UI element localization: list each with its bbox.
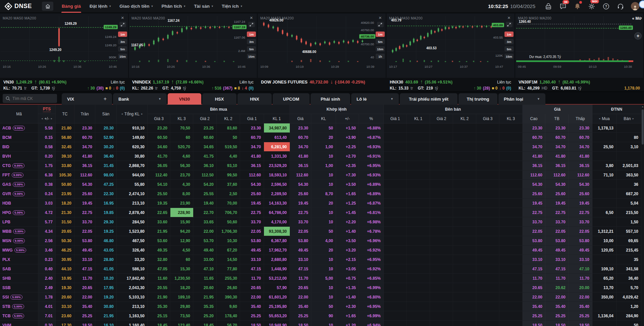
expand-icon[interactable] [506,22,513,27]
header-tc[interactable]: TC [56,105,74,123]
header-match-1[interactable]: Giá [290,114,311,123]
tab-lô-lẻ[interactable]: Lô lẻ▼ [351,93,399,105]
header-sell-1[interactable]: Giá 1 [384,114,407,123]
ticker-cell[interactable]: HPG5.99% [0,208,38,217]
header-group-foreign[interactable]: ĐTNN [592,105,641,114]
index-summary-vn30[interactable]: VN30 1,249.29 ↑ (80.61 +6.90%)Liên tụcKL… [0,78,128,92]
header-floor[interactable]: Sàn [95,105,117,123]
nav-item-giao-dich-tien[interactable]: Giao dịch tiền▾ [115,0,157,13]
tab-phân-loại[interactable]: Phân loại▼ [498,93,545,105]
user-avatar[interactable] [631,2,639,10]
timeframe-15m-button[interactable]: 15m [376,46,385,52]
floating-chat-widget[interactable] [639,0,644,8]
scroll-up-icon[interactable]: ▲ [641,105,644,108]
ticker-cell[interactable]: STB5.99% [0,302,38,311]
tab-phái-sinh[interactable]: Phái sinh [311,93,350,105]
expand-icon[interactable] [248,22,255,27]
header-buy-1[interactable]: Giá 3 [148,114,170,123]
timeframe-5m-button[interactable]: 5m [376,39,385,44]
nav-item-tai-san[interactable]: Tài sản▾ [190,0,217,13]
header-total-volume[interactable]: ◂Tổng KL▸ [117,105,148,123]
timeframe-1h-button[interactable]: 1h [376,54,385,59]
index-summary-vnindex[interactable]: VNINDEX 1,167.19 ↑ (72.89 +6.66%)Liên tụ… [129,78,257,92]
header-sell-4[interactable]: KL 2 [453,114,476,123]
ticker-cell[interactable]: FPT9.99% [0,170,38,180]
candlestick-chart[interactable] [258,16,375,63]
header-match-2[interactable]: KL [311,114,336,123]
notification-button[interactable] [573,2,581,10]
tab-bank[interactable]: Bank▼ [113,93,167,105]
ticker-cell[interactable]: LPB [0,217,38,227]
ticker-cell[interactable]: BVH [0,152,38,161]
ticker-cell[interactable]: GVR9.99% [0,189,38,199]
ticker-cell[interactable]: CTG9.99% [0,161,38,170]
ticker-cell[interactable]: BCM [0,133,38,142]
ticker-cell[interactable]: VHM [0,321,38,326]
tab-hsx[interactable]: HSX [202,93,236,105]
header-price-1[interactable]: Cao [523,114,545,123]
expand-icon[interactable] [119,22,126,27]
header-buy-2[interactable]: KL 3 [170,114,193,123]
add-widget-button[interactable]: + [634,32,642,40]
header-price-2[interactable]: TB [545,114,569,123]
header-price-3[interactable]: Thấp [569,114,592,123]
nav-item-tien-ich[interactable]: Tiện ích▾ [217,0,247,13]
header-ma[interactable]: Mã [0,105,38,123]
header-foreign-buy[interactable]: ◂Mua [592,114,616,123]
header-buy-4[interactable]: KL 2 [217,114,240,123]
open-panel-button[interactable]: « Mở [632,16,642,21]
ticker-cell[interactable]: TCB5.99% [0,311,38,321]
header-sell-6[interactable]: KL 3 [499,114,523,123]
header-group-price[interactable]: Giá [523,105,592,114]
timeframe-1m-button[interactable]: 1m [376,32,385,37]
ticker-cell[interactable]: MSN9.99% [0,236,38,246]
tab-vn30[interactable]: VN30 [168,93,201,105]
header-change[interactable]: ◂+/-▸ [38,114,56,123]
index-summary-hnx30[interactable]: HNX30 403.69 ↑ (35.06 +9.51%)Liên tụcKL:… [386,78,515,92]
ticker-cell[interactable]: PLX [0,255,38,264]
ticker-cell[interactable]: BID [0,142,38,152]
settings-button[interactable]: Mới [588,2,596,10]
header-sell-3[interactable]: Giá 2 [430,114,453,123]
search-input[interactable] [12,96,49,101]
timeframe-3m-button[interactable]: 3m [118,39,127,44]
timeframe-1m-button[interactable]: 1m [247,32,256,37]
timeframe-3m-button[interactable]: 3m [247,39,256,44]
ticker-cell[interactable]: HDB [0,199,38,208]
tab-hnx[interactable]: HNX [237,93,272,105]
symbol-search[interactable] [3,94,57,103]
candlestick-chart[interactable] [0,16,118,63]
timeframe-5m-button[interactable]: 5m [247,46,256,52]
index-summary-vn30f1m[interactable]: VN30F1M 1,260.40 ↑ (82.40 +6.99%)KL:48,2… [515,78,643,92]
timeframe-3m-button[interactable]: 3m [504,39,514,44]
expand-icon[interactable] [377,22,384,27]
tab-vix[interactable]: VIX+ [62,93,112,105]
ticker-cell[interactable]: SAB [0,264,38,274]
ticker-cell[interactable]: MWG5.99% [0,246,38,255]
ticker-cell[interactable]: MBB5.99% [0,227,38,236]
header-buy-3[interactable]: Giá 2 [193,114,217,123]
ticker-cell[interactable]: SSI5.99% [0,292,38,302]
header-buy-6[interactable]: KL 1 [264,114,290,123]
timeframe-15m-button[interactable]: 15m [247,54,256,59]
header-sell-5[interactable]: Giá 3 [476,114,499,123]
tab-upcom[interactable]: UPCOM [273,93,310,105]
header-sell-2[interactable]: KL 1 [407,114,430,123]
header-group-buy[interactable]: Bên mua [148,105,290,114]
index-summary-dow-jones-futures[interactable]: DOW JONES FUTURES 40,732.00 ↓ (-104.00 -… [258,78,386,92]
ticker-cell[interactable]: SHB [0,274,38,283]
ticker-cell[interactable]: ACB9.99% [0,123,38,133]
header-match-3[interactable]: +/- [336,114,359,123]
header-foreign-sell[interactable]: Bán▸ [616,114,641,123]
timeframe-15m-button[interactable]: 15m [504,54,514,59]
tab-thị-trường[interactable]: Thị trường [459,93,497,105]
header-buy-5[interactable]: Giá 1 [240,114,264,123]
tab-trái-phiếu-niêm-yết[interactable]: Trái phiếu niêm yết [400,93,458,105]
header-match-4[interactable]: % [359,114,384,123]
add-watchlist-icon[interactable]: + [104,96,107,102]
close-icon[interactable]: × [507,15,511,21]
timeframe-1m-button[interactable]: 1m [118,32,127,37]
chat-button[interactable]: 99 [559,2,567,10]
scrollbar-thumb[interactable] [642,109,644,145]
ticker-cell[interactable]: GAS5.99% [0,180,38,189]
